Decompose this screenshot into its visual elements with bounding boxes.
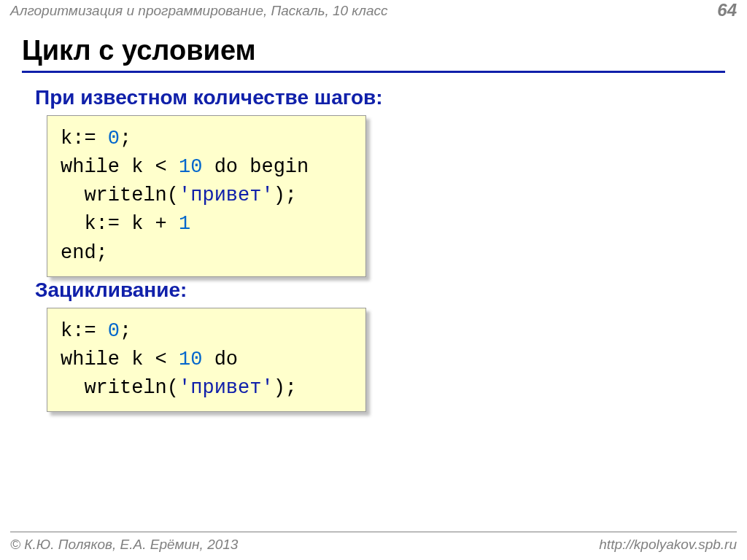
footer-url: http://kpolyakov.spb.ru	[599, 537, 737, 553]
code-text: );	[274, 184, 297, 206]
code-number: 0	[108, 320, 120, 342]
footer: © К.Ю. Поляков, Е.А. Ерёмин, 2013 http:/…	[10, 532, 737, 553]
code-text: do begin	[202, 156, 309, 178]
code-text: do	[202, 349, 238, 370]
code-number: 10	[179, 349, 202, 370]
code-block-infinite: k:= 0; while k < 10 do writeln('привет')…	[47, 308, 366, 412]
code-text: k:=	[61, 320, 108, 342]
slide-title: Цикл с условием	[22, 35, 725, 73]
code-text: end;	[61, 242, 108, 264]
code-text: writeln(	[61, 184, 179, 206]
code-text: while k <	[61, 156, 179, 178]
code-number: 10	[179, 156, 202, 178]
code-text: while k <	[61, 349, 179, 370]
code-text: writeln(	[61, 377, 179, 399]
code-string: 'привет'	[179, 184, 274, 206]
section-heading-known-steps: При известном количестве шагов:	[35, 86, 383, 109]
code-number: 1	[179, 213, 190, 235]
code-text: k:= k +	[61, 213, 179, 235]
code-block-known-steps: k:= 0; while k < 10 do begin writeln('пр…	[47, 115, 366, 277]
slide: Алгоритмизация и программирование, Паска…	[0, 0, 747, 560]
code-number: 0	[108, 128, 120, 149]
code-text: );	[274, 377, 297, 399]
page-number: 64	[717, 0, 737, 20]
section-heading-infinite: Зацикливание:	[35, 279, 187, 302]
code-text: ;	[120, 320, 131, 342]
footer-authors: © К.Ю. Поляков, Е.А. Ерёмин, 2013	[10, 537, 238, 553]
code-text: ;	[120, 128, 131, 149]
code-string: 'привет'	[179, 377, 274, 399]
header-subject: Алгоритмизация и программирование, Паска…	[10, 3, 737, 19]
code-text: k:=	[61, 128, 108, 149]
